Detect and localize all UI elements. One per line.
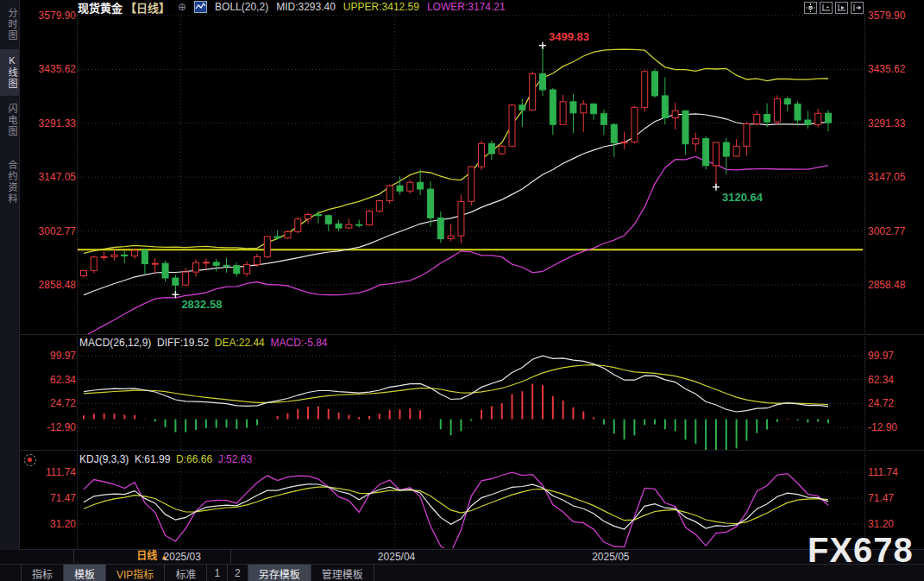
candle xyxy=(325,216,331,224)
candle xyxy=(652,72,658,96)
candle xyxy=(570,102,576,113)
candle xyxy=(91,257,97,271)
price-axis-label: 3291.33 xyxy=(21,117,76,129)
chart-toolbar xyxy=(804,2,864,14)
footer-tab-2[interactable]: 2 xyxy=(228,565,248,581)
crosshair-icon[interactable] xyxy=(804,2,817,14)
main-price-chart[interactable]: 3499.832832.583120.64 xyxy=(78,14,864,335)
chart-type-sidebar: 分时图K线图闪电图合约资料 xyxy=(0,0,20,550)
panel-separator xyxy=(0,450,924,451)
candle xyxy=(795,104,801,120)
add-icon[interactable]: ⊕ xyxy=(178,1,186,13)
footer-tab-VIP指标[interactable]: VIP指标 xyxy=(106,565,165,581)
candle xyxy=(682,111,688,143)
axis-scale-left-icon[interactable] xyxy=(820,2,833,14)
candle xyxy=(81,270,87,275)
kdj-panel-chart[interactable] xyxy=(78,458,864,548)
price-annotation: 2832.58 xyxy=(181,298,222,311)
candle xyxy=(539,73,545,90)
price-axis-label: -12.90 xyxy=(21,421,76,433)
candle xyxy=(611,124,617,142)
candle xyxy=(437,218,443,238)
candle xyxy=(315,214,321,215)
footer-tab-另存模板[interactable]: 另存模板 xyxy=(248,565,311,581)
price-axis-label: 3147.05 xyxy=(21,171,76,183)
price-axis-label: 3291.33 xyxy=(868,117,905,129)
boll-mid-value: MID:3293.40 xyxy=(276,1,336,13)
price-axis-label: 99.97 xyxy=(21,350,76,362)
candle xyxy=(488,143,494,154)
footer-tab-模板[interactable]: 模板 xyxy=(64,565,106,581)
candle xyxy=(805,120,811,124)
chart-header: 现货黄金 【日线】 ⊕ BOLL(20,2) MID:3293.40 UPPER… xyxy=(19,0,924,14)
price-axis-label: 3435.62 xyxy=(868,63,905,75)
price-axis-label: 71.47 xyxy=(21,492,76,504)
candle xyxy=(581,104,587,112)
candle xyxy=(458,201,464,236)
period-selector-label: 日线 xyxy=(136,550,157,562)
price-axis-label: 31.20 xyxy=(868,518,894,530)
price-axis-label: 2858.48 xyxy=(868,279,905,291)
candle xyxy=(183,272,189,285)
macd-bar-value: MACD:-5.84 xyxy=(270,337,327,349)
candle xyxy=(632,107,638,142)
candle xyxy=(376,200,382,211)
candle xyxy=(713,142,719,166)
footer-tab-管理模板[interactable]: 管理模板 xyxy=(311,565,374,581)
indicator-chart-icon[interactable] xyxy=(194,1,207,13)
candle xyxy=(346,224,352,228)
candle xyxy=(764,115,770,123)
candle xyxy=(703,139,709,166)
sidebar-item-2[interactable]: K线图 xyxy=(0,49,19,96)
price-axis-label: 99.97 xyxy=(868,350,894,362)
macd-diff-value: DIFF:19.52 xyxy=(157,337,209,349)
kdj-j-value: J:52.63 xyxy=(218,453,252,465)
candle xyxy=(111,255,117,256)
candle xyxy=(642,72,648,108)
candle xyxy=(264,237,270,256)
price-axis-label: 111.74 xyxy=(868,466,898,478)
candle xyxy=(519,105,525,111)
macd-panel-chart[interactable] xyxy=(78,345,864,451)
candle xyxy=(193,262,199,272)
price-annotation: 3120.64 xyxy=(722,191,764,204)
kdj-settings-icon[interactable] xyxy=(24,454,36,466)
candle xyxy=(815,113,821,124)
template-tab-bar: 指标模板VIP指标标准12另存模板管理模板 xyxy=(0,564,924,581)
candle xyxy=(468,167,475,201)
kdj-d-value: D:66.66 xyxy=(176,453,212,465)
price-axis-label: 62.34 xyxy=(868,374,894,386)
candle xyxy=(367,212,373,225)
candle xyxy=(448,236,454,238)
candle xyxy=(662,96,668,118)
candle xyxy=(203,262,209,263)
candle xyxy=(550,90,556,124)
candle xyxy=(600,114,607,125)
footer-tab-1[interactable]: 1 xyxy=(207,565,228,581)
sidebar-item-4[interactable]: 合约资料 xyxy=(0,154,19,211)
bollinger-bands xyxy=(84,49,828,335)
annotations-layer: 3499.832832.583120.64 xyxy=(172,30,763,312)
candle xyxy=(723,142,729,156)
kdj-d-line xyxy=(84,487,828,523)
candle xyxy=(387,186,393,200)
price-axis-label: -12.90 xyxy=(868,421,897,433)
sidebar-item-3[interactable]: 闪电图 xyxy=(0,98,19,143)
price-axis-label: 3002.77 xyxy=(21,225,76,237)
kdj-k-value: K:61.99 xyxy=(135,453,170,465)
sidebar-item-1[interactable]: 分时图 xyxy=(0,2,19,47)
candle xyxy=(132,250,138,256)
app-window: 分时图K线图闪电图合约资料 现货黄金 【日线】 ⊕ BOLL(20,2) MID… xyxy=(0,0,924,581)
pan-right-icon[interactable] xyxy=(851,2,864,14)
candle xyxy=(336,224,342,228)
footer-tab-标准[interactable]: 标准 xyxy=(165,565,207,581)
candle xyxy=(397,186,403,191)
footer-tab-指标[interactable]: 指标 xyxy=(21,565,64,581)
candle xyxy=(141,250,148,264)
axis-scale-right-icon[interactable] xyxy=(835,2,848,14)
candle xyxy=(101,256,107,257)
candle xyxy=(173,278,179,285)
kdj-title: KDJ(9,3,3) xyxy=(79,453,129,465)
candle xyxy=(152,263,158,264)
candle xyxy=(621,142,627,143)
